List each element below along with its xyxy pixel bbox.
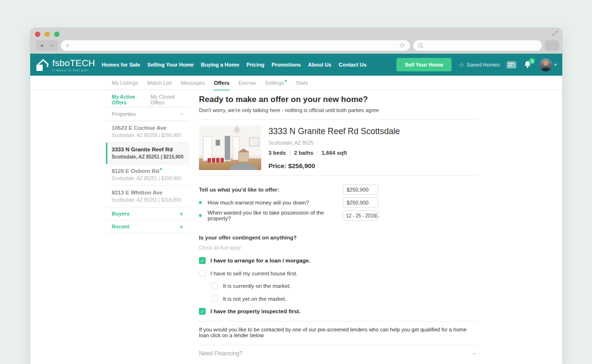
menu-item-contact-us[interactable]: Contact Us (339, 62, 367, 68)
buyers-label: Buyers (112, 211, 129, 216)
bullet-icon (199, 201, 202, 204)
saved-homes-link[interactable]: ☆ Saved Homes (459, 61, 500, 68)
checkbox-property-inspected[interactable]: ✓ I have the property inspected first. (199, 308, 477, 315)
possession-date-label: When wanted you like to take possession … (208, 210, 343, 221)
property-location: Scottsdale, AZ 8525 (268, 140, 400, 146)
property-list-item-selected[interactable]: 3333 N Granite Reef Rd Scottsdale, AZ 85… (106, 143, 189, 164)
contingency-options: ✓ I have to arrange for a loan / morgage… (199, 257, 477, 315)
tab-my-active-offers[interactable]: My Active Offers (106, 92, 151, 107)
browser-search-input[interactable] (413, 40, 542, 51)
checkbox-sell-current-house[interactable]: I have to sell my current house first. (199, 270, 477, 277)
property-list-item[interactable]: 8213 E Whitton Ave Scottsdale, AZ 85251 … (106, 186, 189, 207)
recent-label: Recent (112, 224, 129, 229)
property-price: Price: $256,900 (268, 162, 400, 170)
collapse-icon[interactable]: − (180, 111, 183, 117)
tab-watch-list[interactable]: Watch List (147, 76, 172, 90)
tab-escrow[interactable]: Escrow (239, 76, 256, 90)
logo-tagline: IT REALLY IS THAT EASY (52, 69, 95, 72)
checkbox-unchecked-icon[interactable] (211, 283, 218, 289)
address-bar[interactable]: + ⟳ (61, 40, 410, 51)
back-icon[interactable]: ◄ (39, 43, 44, 48)
menu-item-pricing[interactable]: Pricing (246, 62, 264, 68)
contingency-hint: Check all that apply: (199, 245, 477, 250)
main-menu: Homes for Sale Selling Your Home Buying … (102, 62, 366, 68)
chevron-down-icon: ▾ (554, 62, 557, 67)
messages-icon[interactable] (507, 61, 516, 68)
notification-count-badge: 3 (529, 58, 535, 64)
site-logo[interactable]: fsboTECH IT REALLY IS THAT EASY (36, 58, 95, 72)
tab-my-closed-offers[interactable]: My Closed Offers (151, 92, 190, 107)
browser-window: ⤢ ◄ ► + ⟳ fsboTECH IT R (30, 28, 562, 364)
account-menu[interactable]: ▾ (539, 58, 557, 71)
baths-value: 2 baths (294, 150, 313, 156)
offer-amount-row: Tell us what you'd like to offer: (199, 184, 378, 195)
checkbox-not-yet-on-market[interactable]: It is not yet on the market. (211, 296, 477, 302)
expand-plus-icon[interactable]: + (179, 223, 183, 230)
property-photo (199, 125, 261, 170)
checkbox-checked-icon[interactable]: ✓ (199, 257, 206, 264)
settings-alert-dot (285, 80, 287, 82)
lender-note: If you would you like to be contacted by… (199, 327, 477, 338)
financing-section-header[interactable]: Need Financing? − (199, 350, 477, 357)
menu-item-homes-for-sale[interactable]: Homes for Sale (102, 62, 140, 68)
properties-label: Properties (112, 111, 136, 117)
calendar-icon[interactable] (376, 213, 377, 218)
resize-icon[interactable]: ⤢ (552, 29, 557, 37)
notifications-button[interactable]: 3 (523, 60, 532, 69)
account-subnav: My Listings Watch List Messages Offers E… (30, 76, 562, 90)
recent-section-header[interactable]: Recent + (106, 220, 189, 233)
star-icon: ☆ (459, 61, 464, 68)
checkbox-checked-icon[interactable]: ✓ (199, 308, 206, 315)
tab-my-listings[interactable]: My Listings (112, 76, 138, 90)
financing-title: Need Financing? (199, 350, 243, 357)
properties-section-header[interactable]: Properties − (106, 107, 189, 121)
close-window-button[interactable] (35, 32, 40, 37)
expand-plus-icon[interactable]: + (179, 210, 183, 217)
earnest-money-input[interactable] (343, 197, 378, 208)
house-logo-icon (36, 58, 50, 71)
offer-panel: Ready to make an offer on your new home?… (199, 90, 477, 364)
browser-nav-buttons: ◄ ► (36, 40, 58, 51)
browser-chrome: ⤢ ◄ ► + ⟳ (30, 28, 562, 54)
checkbox-unchecked-icon[interactable] (199, 270, 206, 277)
property-list-item[interactable]: 8120 E Osborn Rd Scottsdale, AZ 85251 | … (106, 164, 189, 186)
logo-name: fsboTECH (52, 58, 95, 68)
avatar (539, 58, 552, 71)
browser-profile-button[interactable] (545, 40, 559, 51)
offer-amount-label: Tell us what you'd like to offer: (199, 187, 279, 193)
new-activity-dot (160, 168, 162, 170)
property-card: 3333 N Granite Reef Rd Scottsdale Scotts… (199, 125, 477, 170)
add-tab-icon[interactable]: + (66, 42, 70, 49)
saved-homes-label: Saved Homes (466, 62, 499, 68)
forward-icon[interactable]: ► (50, 43, 55, 48)
page-subtitle: Don't worry, we're only talking here - n… (199, 107, 477, 113)
minimize-window-button[interactable] (45, 32, 50, 37)
tab-stats[interactable]: Stats (296, 76, 308, 90)
tab-settings[interactable]: Settings (265, 76, 287, 90)
contingency-question: Is your offer contingent on anything? (199, 235, 477, 240)
menu-item-promotions[interactable]: Promotions (271, 62, 301, 68)
property-stats: 3 beds|2 baths|1,664 sqft (268, 150, 400, 156)
collapse-icon[interactable]: − (472, 350, 476, 357)
checkbox-currently-on-market[interactable]: It is currently on the market. (211, 283, 477, 289)
earnest-money-row: How much earnest money will you down? (199, 197, 378, 208)
bullet-icon (199, 214, 202, 217)
menu-item-selling-your-home[interactable]: Selling Your Home (147, 62, 194, 68)
tab-messages[interactable]: Messages (181, 76, 205, 90)
property-list-item[interactable]: 10523 E Cochise Ave Scottsdale, AZ 85258… (106, 121, 189, 143)
search-icon (418, 43, 424, 49)
refresh-icon[interactable]: ⟳ (400, 42, 405, 49)
property-title: 3333 N Granite Reef Rd Scottsdale (268, 126, 400, 136)
offer-amount-input[interactable] (343, 184, 378, 195)
buyers-section-header[interactable]: Buyers + (106, 207, 189, 220)
beds-value: 3 beds (268, 150, 286, 156)
checkbox-unchecked-icon[interactable] (211, 296, 218, 302)
sell-your-home-button[interactable]: Sell Your Home (396, 58, 451, 71)
earnest-money-label: How much earnest money will you down? (208, 200, 309, 205)
menu-item-about-us[interactable]: About Us (308, 62, 332, 68)
possession-date-input[interactable]: 12 - 25 - 2016 (343, 210, 378, 221)
tab-offers[interactable]: Offers (214, 76, 229, 90)
zoom-window-button[interactable] (54, 32, 59, 37)
checkbox-loan-mortgage[interactable]: ✓ I have to arrange for a loan / morgage… (199, 257, 477, 264)
menu-item-buying-a-home[interactable]: Buying a Home (201, 62, 239, 68)
